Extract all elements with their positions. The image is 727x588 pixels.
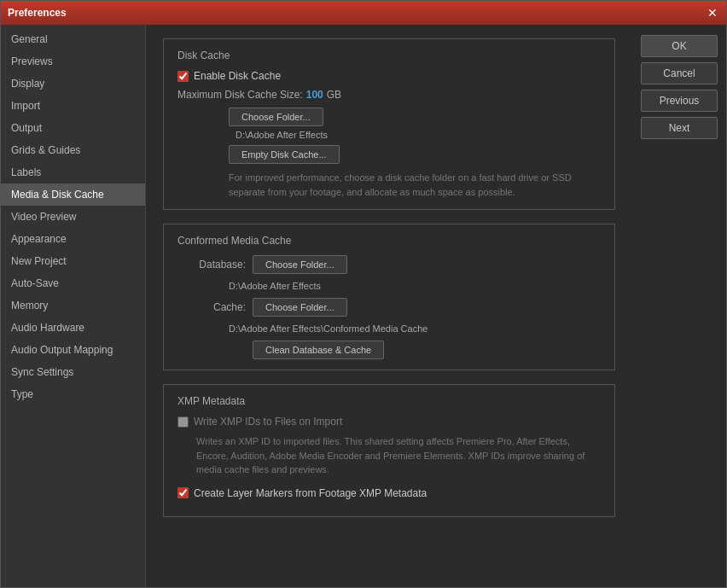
max-size-value: 100 [306,89,323,101]
sidebar-item-previews[interactable]: Previews [1,50,145,73]
sidebar-item-auto-save[interactable]: Auto-Save [1,272,145,294]
next-button[interactable]: Next [641,117,718,139]
write-xmp-description: Writes an XMP ID to imported files. This… [196,434,601,477]
enable-disk-cache-label: Enable Disk Cache [194,70,281,82]
close-button[interactable]: ✕ [706,6,719,20]
create-markers-checkbox[interactable] [177,487,189,498]
clean-database-cache-button[interactable]: Clean Database & Cache [253,341,384,359]
xmp-metadata-section: XMP Metadata Write XMP IDs to Files on I… [163,384,615,517]
cache-path: D:\Adobe After Effects\Conformed Media C… [229,323,601,334]
sidebar-item-audio-hardware[interactable]: Audio Hardware [1,317,145,339]
preferences-window: Preferences ✕ GeneralPreviewsDisplayImpo… [0,0,727,588]
sidebar: GeneralPreviewsDisplayImportOutputGrids … [1,25,146,587]
action-buttons: OK Cancel Previous Next [632,25,726,587]
sidebar-item-appearance[interactable]: Appearance [1,228,145,250]
database-choose-folder-button[interactable]: Choose Folder... [253,255,347,274]
sidebar-item-output[interactable]: Output [1,117,145,139]
window-title: Preferences [8,7,67,19]
disk-cache-title: Disk Cache [177,49,601,61]
write-xmp-row: Write XMP IDs to Files on Import [177,416,601,428]
create-markers-label: Create Layer Markers from Footage XMP Me… [194,487,427,499]
write-xmp-label: Write XMP IDs to Files on Import [194,416,342,428]
cache-label: Cache: [177,301,246,313]
enable-disk-cache-row: Enable Disk Cache [177,70,601,82]
cache-row: Cache: Choose Folder... [177,298,601,317]
sidebar-item-memory[interactable]: Memory [1,294,145,317]
database-row: Database: Choose Folder... [177,255,601,274]
sidebar-item-media-disk-cache[interactable]: Media & Disk Cache [1,183,145,206]
max-size-unit: GB [327,89,341,101]
sidebar-item-display[interactable]: Display [1,73,145,95]
sidebar-item-import[interactable]: Import [1,95,145,117]
max-size-label: Maximum Disk Cache Size: [177,89,303,101]
main-content: Disk Cache Enable Disk Cache Maximum Dis… [146,25,632,587]
database-path: D:\Adobe After Effects [229,281,601,291]
choose-folder-button[interactable]: Choose Folder... [229,108,323,126]
empty-disk-cache-button[interactable]: Empty Disk Cache... [229,145,340,164]
disk-cache-path: D:\Adobe After Effects [236,130,601,140]
disk-cache-folder-area: Choose Folder... D:\Adobe After Effects … [229,108,601,199]
sidebar-item-type[interactable]: Type [1,383,145,405]
previous-button[interactable]: Previous [641,90,718,112]
ok-button[interactable]: OK [641,35,718,57]
sidebar-item-general[interactable]: General [1,28,145,50]
sidebar-item-video-preview[interactable]: Video Preview [1,206,145,228]
main-with-buttons: Disk Cache Enable Disk Cache Maximum Dis… [146,25,726,587]
enable-disk-cache-checkbox[interactable] [177,71,189,82]
sidebar-item-new-project[interactable]: New Project [1,250,145,272]
sidebar-item-sync-settings[interactable]: Sync Settings [1,361,145,383]
main-layout: GeneralPreviewsDisplayImportOutputGrids … [1,25,726,587]
database-label: Database: [177,259,246,271]
cache-choose-folder-button[interactable]: Choose Folder... [253,298,347,317]
xmp-title: XMP Metadata [177,395,601,407]
disk-cache-info: For improved performance, choose a disk … [229,171,601,199]
sidebar-item-audio-output-mapping[interactable]: Audio Output Mapping [1,339,145,361]
disk-cache-section: Disk Cache Enable Disk Cache Maximum Dis… [163,38,615,210]
write-xmp-checkbox[interactable] [177,416,189,428]
conformed-cache-title: Conformed Media Cache [177,235,601,247]
sidebar-item-grids-guides[interactable]: Grids & Guides [1,139,145,161]
cancel-button[interactable]: Cancel [641,62,718,84]
create-markers-row: Create Layer Markers from Footage XMP Me… [177,487,601,499]
sidebar-item-labels[interactable]: Labels [1,161,145,183]
max-size-row: Maximum Disk Cache Size: 100 GB [177,89,601,101]
conformed-media-cache-section: Conformed Media Cache Database: Choose F… [163,224,615,370]
title-bar: Preferences ✕ [1,1,726,25]
